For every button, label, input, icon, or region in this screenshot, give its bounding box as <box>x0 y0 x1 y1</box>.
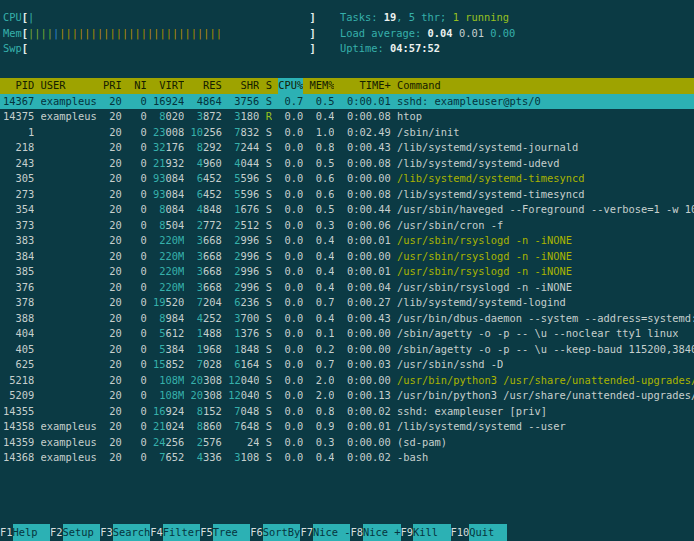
process-row[interactable]: 385200220M36682996S0.00.40:00.01/usr/sbi… <box>0 264 694 280</box>
fkey-filter[interactable]: F4Filter <box>150 526 200 538</box>
cell-time: 0:00.27 <box>341 295 391 311</box>
cell-ni: 0 <box>128 435 147 451</box>
column-header-command[interactable]: Command <box>397 78 441 94</box>
cell-ni: 0 <box>128 295 147 311</box>
fkey-number: F6 <box>250 526 263 538</box>
process-row[interactable]: 404200561214881376S0.00.10:00.00/sbin/ag… <box>0 326 694 342</box>
process-row[interactable]: 143552001692481527048S0.00.80:00.02sshd:… <box>0 404 694 420</box>
cell-ni: 0 <box>128 156 147 172</box>
process-row[interactable]: 383200220M36682996S0.00.40:00.01/usr/sbi… <box>0 233 694 249</box>
cell-s: S <box>266 125 272 141</box>
column-header-pid[interactable]: PID <box>3 78 34 94</box>
cell-pid: 383 <box>3 233 34 249</box>
column-header-cpu[interactable]: CPU% <box>278 78 303 94</box>
column-header-pri[interactable]: PRI <box>103 78 122 94</box>
process-row[interactable]: 373200850427722512S0.00.30:00.06/usr/sbi… <box>0 218 694 234</box>
fkey-number: F1 <box>0 526 13 538</box>
cell-s: S <box>266 156 272 172</box>
column-header-mem[interactable]: MEM% <box>309 78 334 94</box>
cell-user: exampleus <box>41 435 97 451</box>
process-row[interactable]: 3052009308464525596S0.00.60:00.00/lib/sy… <box>0 171 694 187</box>
cell-cmd: /usr/sbin/rsyslogd -n -iNONE <box>397 249 572 265</box>
cell-mem: 0.4 <box>309 450 334 466</box>
column-header-time[interactable]: TIME+ <box>341 78 391 94</box>
cell-pri: 20 <box>103 202 122 218</box>
column-header-user[interactable]: USER <box>41 78 97 94</box>
cpu-meter-bar: | <box>28 10 310 26</box>
process-row-selected[interactable]: 14367exampleus2001692448643756S0.70.50:0… <box>0 94 694 110</box>
cell-time: 0:00.03 <box>341 357 391 373</box>
cell-pri: 20 <box>103 280 122 296</box>
process-row[interactable]: 376200220M36682996S0.00.40:00.04/usr/sbi… <box>0 280 694 296</box>
cell-time: 0:00.13 <box>341 388 391 404</box>
fkey-tree[interactable]: F5Tree <box>200 526 250 538</box>
cell-cpu: 0.0 <box>278 373 303 389</box>
cell-s: S <box>266 94 272 110</box>
fkey-number: F8 <box>350 526 363 538</box>
fkey-setup[interactable]: F2Setup <box>50 526 100 538</box>
cell-cmd: /sbin/agetty -o -p -- \u --noclear tty1 … <box>397 326 679 342</box>
process-row[interactable]: 14375exampleus200802038723180R0.00.40:00… <box>0 109 694 125</box>
cell-time: 0:00.00 <box>341 249 391 265</box>
cell-mem: 0.3 <box>309 218 334 234</box>
cell-cmd: /usr/sbin/rsyslogd -n -iNONE <box>397 264 572 280</box>
cell-pri: 20 <box>103 404 122 420</box>
column-header-shr[interactable]: SHR <box>228 78 259 94</box>
cell-cpu: 0.0 <box>278 264 303 280</box>
fkey-search[interactable]: F3Search <box>100 526 150 538</box>
cell-res: 6452 <box>191 187 222 203</box>
fkey-sortby[interactable]: F6SortBy <box>250 526 300 538</box>
process-row[interactable]: 354200808448481676S0.00.50:00.44/usr/sbi… <box>0 202 694 218</box>
cell-virt: 220M <box>153 280 184 296</box>
cell-time: 0:00.02 <box>341 404 391 420</box>
process-row[interactable]: 5209200108M2030812040S0.02.00:00.13/usr/… <box>0 388 694 404</box>
cell-virt: 8504 <box>153 218 184 234</box>
cell-pid: 14375 <box>3 109 34 125</box>
process-row[interactable]: 388200898442523700S0.00.40:00.43/usr/bin… <box>0 311 694 327</box>
process-row[interactable]: 2732009308464525596S0.00.60:00.08/lib/sy… <box>0 187 694 203</box>
cpu-meter-close-bracket: ] <box>310 11 316 23</box>
fkey-quit[interactable]: F10Quit <box>451 526 507 538</box>
process-row[interactable]: 14368exampleus200765243363108S0.00.40:00… <box>0 450 694 466</box>
cell-virt: 108M <box>153 388 184 404</box>
process-row[interactable]: 120023008102567832S0.01.00:02.49/sbin/in… <box>0 125 694 141</box>
fkey-nice+[interactable]: F8Nice + <box>350 526 400 538</box>
process-row[interactable]: 14358exampleus2002102488607648S0.00.90:0… <box>0 419 694 435</box>
cell-res: 8292 <box>191 140 222 156</box>
column-header-res[interactable]: RES <box>191 78 222 94</box>
process-row[interactable]: 2182003217682927244S0.00.80:00.43/lib/sy… <box>0 140 694 156</box>
cell-time: 0:00.04 <box>341 280 391 296</box>
cell-pri: 20 <box>103 249 122 265</box>
cell-mem: 0.6 <box>309 187 334 203</box>
load-average: Load average: 0.04 0.01 0.00 <box>340 26 694 42</box>
process-row[interactable]: 5218200108M2030812040S0.02.00:00.00/usr/… <box>0 373 694 389</box>
fkey-label: Tree <box>213 524 251 541</box>
cell-s: S <box>266 419 272 435</box>
process-row[interactable]: 3782001952072046236S0.00.70:00.27/lib/sy… <box>0 295 694 311</box>
cell-mem: 0.4 <box>309 311 334 327</box>
process-row[interactable]: 384200220M36682996S0.00.40:00.00/usr/sbi… <box>0 249 694 265</box>
cell-cpu: 0.0 <box>278 450 303 466</box>
cell-ni: 0 <box>128 218 147 234</box>
cell-ni: 0 <box>128 388 147 404</box>
process-row[interactable]: 6252001585270286164S0.00.70:00.03/usr/sb… <box>0 357 694 373</box>
cell-res: 10256 <box>191 125 222 141</box>
column-header-s[interactable]: S <box>266 78 272 94</box>
cell-mem: 0.2 <box>309 342 334 358</box>
process-row[interactable]: 14359exampleus20024256257624S0.00.30:00.… <box>0 435 694 451</box>
cell-pri: 20 <box>103 140 122 156</box>
fkey-help[interactable]: F1Help <box>0 526 50 538</box>
fkey-kill[interactable]: F9Kill <box>401 526 451 538</box>
cell-cpu: 0.0 <box>278 171 303 187</box>
cell-cpu: 0.0 <box>278 249 303 265</box>
process-row[interactable]: 405200538419681848S0.00.20:00.00/sbin/ag… <box>0 342 694 358</box>
cell-virt: 19520 <box>153 295 184 311</box>
column-header-virt[interactable]: VIRT <box>153 78 184 94</box>
fkey-number: F9 <box>401 526 414 538</box>
cell-res: 6452 <box>191 171 222 187</box>
process-row[interactable]: 2432002193249604044S0.00.50:00.08/lib/sy… <box>0 156 694 172</box>
column-header-ni[interactable]: NI <box>128 78 147 94</box>
fkey-nice-[interactable]: F7Nice - <box>300 526 350 538</box>
cell-cpu: 0.0 <box>278 202 303 218</box>
cell-cmd: /usr/sbin/rsyslogd -n -iNONE <box>397 280 572 296</box>
